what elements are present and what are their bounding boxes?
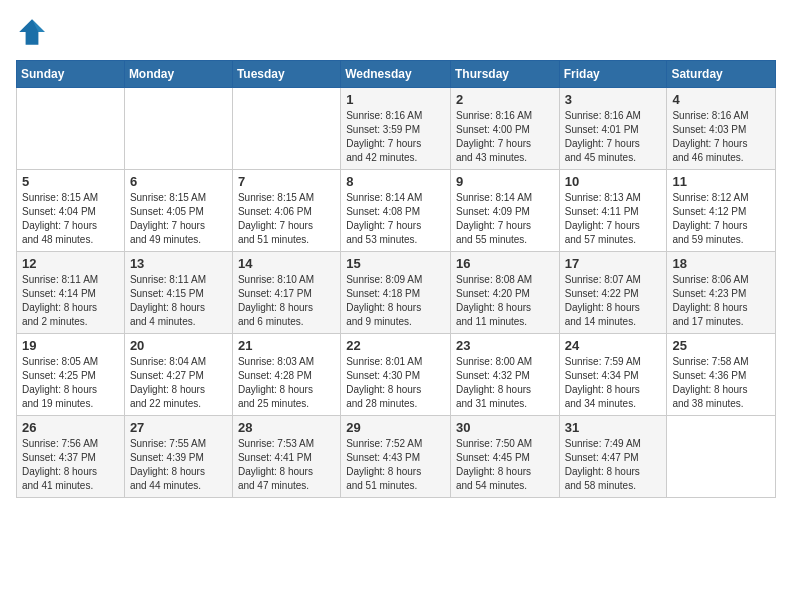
day-number: 29 — [346, 420, 445, 435]
day-info: Sunrise: 8:09 AMSunset: 4:18 PMDaylight:… — [346, 273, 445, 329]
day-number: 30 — [456, 420, 554, 435]
calendar-cell: 17Sunrise: 8:07 AMSunset: 4:22 PMDayligh… — [559, 252, 667, 334]
calendar-cell: 14Sunrise: 8:10 AMSunset: 4:17 PMDayligh… — [232, 252, 340, 334]
day-number: 13 — [130, 256, 227, 271]
day-number: 23 — [456, 338, 554, 353]
calendar-cell: 19Sunrise: 8:05 AMSunset: 4:25 PMDayligh… — [17, 334, 125, 416]
calendar-cell: 30Sunrise: 7:50 AMSunset: 4:45 PMDayligh… — [450, 416, 559, 498]
week-row-1: 1Sunrise: 8:16 AMSunset: 3:59 PMDaylight… — [17, 88, 776, 170]
day-number: 31 — [565, 420, 662, 435]
header-row: SundayMondayTuesdayWednesdayThursdayFrid… — [17, 61, 776, 88]
day-number: 28 — [238, 420, 335, 435]
week-row-2: 5Sunrise: 8:15 AMSunset: 4:04 PMDaylight… — [17, 170, 776, 252]
calendar-cell: 8Sunrise: 8:14 AMSunset: 4:08 PMDaylight… — [341, 170, 451, 252]
day-info: Sunrise: 8:16 AMSunset: 4:01 PMDaylight:… — [565, 109, 662, 165]
day-number: 15 — [346, 256, 445, 271]
week-row-4: 19Sunrise: 8:05 AMSunset: 4:25 PMDayligh… — [17, 334, 776, 416]
header-day-wednesday: Wednesday — [341, 61, 451, 88]
header-day-thursday: Thursday — [450, 61, 559, 88]
day-info: Sunrise: 8:15 AMSunset: 4:05 PMDaylight:… — [130, 191, 227, 247]
day-number: 1 — [346, 92, 445, 107]
header-day-monday: Monday — [124, 61, 232, 88]
day-number: 14 — [238, 256, 335, 271]
calendar-cell: 13Sunrise: 8:11 AMSunset: 4:15 PMDayligh… — [124, 252, 232, 334]
calendar-cell: 18Sunrise: 8:06 AMSunset: 4:23 PMDayligh… — [667, 252, 776, 334]
calendar-cell: 4Sunrise: 8:16 AMSunset: 4:03 PMDaylight… — [667, 88, 776, 170]
calendar-cell — [667, 416, 776, 498]
calendar-cell: 16Sunrise: 8:08 AMSunset: 4:20 PMDayligh… — [450, 252, 559, 334]
calendar-cell — [17, 88, 125, 170]
day-info: Sunrise: 7:56 AMSunset: 4:37 PMDaylight:… — [22, 437, 119, 493]
day-number: 22 — [346, 338, 445, 353]
day-info: Sunrise: 8:15 AMSunset: 4:06 PMDaylight:… — [238, 191, 335, 247]
calendar-header: SundayMondayTuesdayWednesdayThursdayFrid… — [17, 61, 776, 88]
calendar-cell: 9Sunrise: 8:14 AMSunset: 4:09 PMDaylight… — [450, 170, 559, 252]
calendar-cell: 31Sunrise: 7:49 AMSunset: 4:47 PMDayligh… — [559, 416, 667, 498]
day-number: 16 — [456, 256, 554, 271]
day-number: 3 — [565, 92, 662, 107]
day-number: 6 — [130, 174, 227, 189]
calendar-cell: 20Sunrise: 8:04 AMSunset: 4:27 PMDayligh… — [124, 334, 232, 416]
day-number: 21 — [238, 338, 335, 353]
day-info: Sunrise: 8:08 AMSunset: 4:20 PMDaylight:… — [456, 273, 554, 329]
day-number: 11 — [672, 174, 770, 189]
calendar-cell: 3Sunrise: 8:16 AMSunset: 4:01 PMDaylight… — [559, 88, 667, 170]
day-info: Sunrise: 7:49 AMSunset: 4:47 PMDaylight:… — [565, 437, 662, 493]
calendar-cell: 25Sunrise: 7:58 AMSunset: 4:36 PMDayligh… — [667, 334, 776, 416]
calendar-cell: 12Sunrise: 8:11 AMSunset: 4:14 PMDayligh… — [17, 252, 125, 334]
day-info: Sunrise: 8:16 AMSunset: 4:03 PMDaylight:… — [672, 109, 770, 165]
day-info: Sunrise: 8:10 AMSunset: 4:17 PMDaylight:… — [238, 273, 335, 329]
calendar-cell: 5Sunrise: 8:15 AMSunset: 4:04 PMDaylight… — [17, 170, 125, 252]
day-info: Sunrise: 8:04 AMSunset: 4:27 PMDaylight:… — [130, 355, 227, 411]
calendar-cell: 11Sunrise: 8:12 AMSunset: 4:12 PMDayligh… — [667, 170, 776, 252]
header-day-friday: Friday — [559, 61, 667, 88]
header-day-saturday: Saturday — [667, 61, 776, 88]
day-info: Sunrise: 8:07 AMSunset: 4:22 PMDaylight:… — [565, 273, 662, 329]
day-info: Sunrise: 8:16 AMSunset: 3:59 PMDaylight:… — [346, 109, 445, 165]
calendar-cell — [232, 88, 340, 170]
day-number: 12 — [22, 256, 119, 271]
calendar-cell: 22Sunrise: 8:01 AMSunset: 4:30 PMDayligh… — [341, 334, 451, 416]
day-info: Sunrise: 8:14 AMSunset: 4:09 PMDaylight:… — [456, 191, 554, 247]
calendar-cell: 21Sunrise: 8:03 AMSunset: 4:28 PMDayligh… — [232, 334, 340, 416]
day-info: Sunrise: 7:59 AMSunset: 4:34 PMDaylight:… — [565, 355, 662, 411]
day-number: 7 — [238, 174, 335, 189]
day-info: Sunrise: 8:05 AMSunset: 4:25 PMDaylight:… — [22, 355, 119, 411]
week-row-3: 12Sunrise: 8:11 AMSunset: 4:14 PMDayligh… — [17, 252, 776, 334]
calendar-cell: 27Sunrise: 7:55 AMSunset: 4:39 PMDayligh… — [124, 416, 232, 498]
day-info: Sunrise: 8:00 AMSunset: 4:32 PMDaylight:… — [456, 355, 554, 411]
calendar-cell: 10Sunrise: 8:13 AMSunset: 4:11 PMDayligh… — [559, 170, 667, 252]
day-info: Sunrise: 7:58 AMSunset: 4:36 PMDaylight:… — [672, 355, 770, 411]
day-info: Sunrise: 7:50 AMSunset: 4:45 PMDaylight:… — [456, 437, 554, 493]
day-info: Sunrise: 8:15 AMSunset: 4:04 PMDaylight:… — [22, 191, 119, 247]
day-number: 17 — [565, 256, 662, 271]
day-number: 27 — [130, 420, 227, 435]
day-info: Sunrise: 8:16 AMSunset: 4:00 PMDaylight:… — [456, 109, 554, 165]
calendar-cell — [124, 88, 232, 170]
calendar-cell: 1Sunrise: 8:16 AMSunset: 3:59 PMDaylight… — [341, 88, 451, 170]
day-info: Sunrise: 8:11 AMSunset: 4:15 PMDaylight:… — [130, 273, 227, 329]
week-row-5: 26Sunrise: 7:56 AMSunset: 4:37 PMDayligh… — [17, 416, 776, 498]
day-info: Sunrise: 7:55 AMSunset: 4:39 PMDaylight:… — [130, 437, 227, 493]
calendar-cell: 23Sunrise: 8:00 AMSunset: 4:32 PMDayligh… — [450, 334, 559, 416]
day-info: Sunrise: 8:13 AMSunset: 4:11 PMDaylight:… — [565, 191, 662, 247]
logo-icon — [16, 16, 48, 48]
day-info: Sunrise: 8:01 AMSunset: 4:30 PMDaylight:… — [346, 355, 445, 411]
day-number: 19 — [22, 338, 119, 353]
calendar-cell: 6Sunrise: 8:15 AMSunset: 4:05 PMDaylight… — [124, 170, 232, 252]
page-header — [16, 16, 776, 48]
day-number: 2 — [456, 92, 554, 107]
calendar-cell: 15Sunrise: 8:09 AMSunset: 4:18 PMDayligh… — [341, 252, 451, 334]
day-number: 4 — [672, 92, 770, 107]
day-number: 18 — [672, 256, 770, 271]
calendar-cell: 28Sunrise: 7:53 AMSunset: 4:41 PMDayligh… — [232, 416, 340, 498]
day-info: Sunrise: 8:03 AMSunset: 4:28 PMDaylight:… — [238, 355, 335, 411]
day-info: Sunrise: 7:52 AMSunset: 4:43 PMDaylight:… — [346, 437, 445, 493]
day-info: Sunrise: 7:53 AMSunset: 4:41 PMDaylight:… — [238, 437, 335, 493]
header-day-sunday: Sunday — [17, 61, 125, 88]
calendar-cell: 7Sunrise: 8:15 AMSunset: 4:06 PMDaylight… — [232, 170, 340, 252]
day-number: 9 — [456, 174, 554, 189]
day-info: Sunrise: 8:12 AMSunset: 4:12 PMDaylight:… — [672, 191, 770, 247]
day-number: 5 — [22, 174, 119, 189]
calendar-cell: 24Sunrise: 7:59 AMSunset: 4:34 PMDayligh… — [559, 334, 667, 416]
